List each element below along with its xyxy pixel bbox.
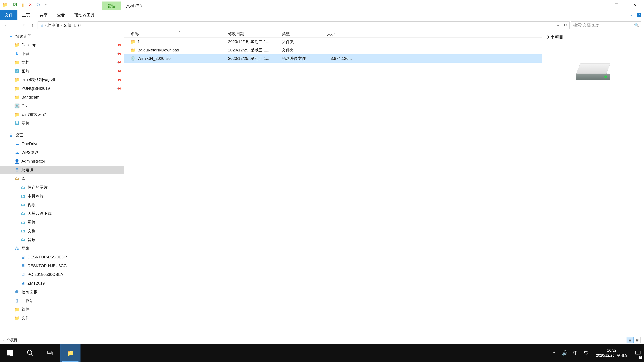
tree-pinned-item[interactable]: 📁文档📌 (0, 58, 124, 67)
tree-label: 软件 (22, 307, 30, 312)
table-row[interactable]: 📁12020/12/15, 星期二 1...文件夹 (124, 37, 542, 46)
tree-label: 快速访问 (16, 33, 32, 39)
tree-desktop[interactable]: 🖥 桌面 (0, 131, 124, 139)
ribbon-tab-share[interactable]: 共享 (35, 10, 52, 20)
tree-onedrive[interactable]: ☁ OneDrive (0, 139, 124, 148)
pin-icon: 📌 (116, 51, 122, 57)
context-tab-manage[interactable]: 管理 (102, 1, 121, 10)
ime-indicator[interactable]: 中 (570, 344, 581, 362)
tree-libraries[interactable]: 🗂 库 (0, 174, 124, 183)
tree-files[interactable]: 📁 文件 (0, 314, 124, 323)
table-row[interactable]: 💿Win7x64_2020.iso2020/12/25, 星期五 1...光盘映… (124, 54, 542, 63)
chevron-right-icon[interactable]: › (61, 23, 62, 27)
tree-pinned-item[interactable]: 📁win7重装win7 (0, 110, 124, 119)
breadcrumb[interactable]: 文档 (E:) (63, 22, 79, 28)
tree-pinned-item[interactable]: 🖼图片 (0, 119, 124, 128)
col-type[interactable]: 类型 (282, 31, 327, 36)
pc-icon: 🖥 (20, 272, 26, 277)
minimize-button[interactable]: ─ (589, 0, 607, 10)
tree-library-item[interactable]: 🗂本机照片 (0, 192, 124, 200)
breadcrumb[interactable]: 此电脑 (48, 22, 60, 28)
table-row[interactable]: 📁BaiduNetdiskDownload2020/12/25, 星期五 1..… (124, 46, 542, 54)
volume-icon[interactable]: 🔊 (560, 344, 570, 362)
history-dropdown-icon[interactable]: ⌄ (557, 23, 559, 27)
nav-tree[interactable]: ★ 快速访问 📁Desktop📌⬇下载📌📁文档📌🖼图片📌📁excel表格制作求和… (0, 30, 124, 336)
file-list[interactable]: ▲ 名称 修改日期 类型 大小 📁12020/12/15, 星期二 1...文件… (124, 30, 542, 336)
security-icon[interactable]: 🛡 (581, 344, 592, 362)
nav-forward-button[interactable]: → (12, 21, 19, 29)
qat-settings-icon[interactable]: ⚙ (35, 2, 42, 8)
tree-network-pc[interactable]: 🖥ZMT2019 (0, 279, 124, 288)
tree-software[interactable]: 📁 软件 (0, 305, 124, 314)
tree-label: 下载 (22, 51, 30, 56)
maximize-button[interactable]: ☐ (607, 0, 626, 10)
ribbon-tab-view[interactable]: 查看 (52, 10, 70, 20)
search-input[interactable]: 搜索"文档 (E:)" 🔍 (571, 21, 641, 29)
chevron-right-icon[interactable]: › (45, 23, 46, 27)
col-name[interactable]: ▲ 名称 (131, 31, 228, 36)
action-center-button[interactable]: 3 (632, 344, 644, 362)
tree-pinned-item[interactable]: 📁excel表格制作求和📌 (0, 75, 124, 84)
tree-this-pc[interactable]: 🖥 此电脑 (0, 166, 124, 174)
tree-wps[interactable]: ☁ WPS网盘 (0, 148, 124, 157)
nav-recent-dropdown[interactable]: ▾ (20, 21, 28, 29)
tree-label: DESKTOP-LSSOEDP (28, 255, 67, 259)
help-icon[interactable]: ? (636, 13, 641, 17)
pin-icon: 📌 (116, 77, 122, 83)
tree-library-item[interactable]: 🗂音乐 (0, 235, 124, 244)
taskbar-explorer[interactable]: 📁 (60, 344, 80, 362)
tree-control-panel[interactable]: 🛠 控制面板 (0, 288, 124, 296)
recycle-icon: 🗑 (14, 298, 20, 303)
col-date[interactable]: 修改日期 (228, 31, 282, 36)
qat-dropdown-icon[interactable]: ▾ (42, 2, 49, 8)
tree-pinned-item[interactable]: ⬇下载📌 (0, 49, 124, 58)
folder-icon: 📁 (131, 39, 136, 44)
tree-quick-access[interactable]: ★ 快速访问 (0, 32, 124, 40)
ribbon-tab-home[interactable]: 主页 (18, 10, 35, 20)
window-controls: ─ ☐ ✕ (589, 0, 644, 10)
tree-library-item[interactable]: 🗂图片 (0, 218, 124, 227)
nav-up-button[interactable]: ↑ (29, 21, 36, 29)
start-button[interactable] (0, 344, 20, 362)
close-button[interactable]: ✕ (626, 0, 644, 10)
clock[interactable]: 16:32 2020/12/25, 星期五 (592, 348, 632, 358)
ribbon-expand-icon[interactable]: ⌄ (629, 13, 632, 17)
tree-network-pc[interactable]: 🖥DESKTOP-LSSOEDP (0, 253, 124, 261)
nav-back-button[interactable]: ← (3, 21, 10, 29)
search-icon[interactable]: 🔍 (634, 23, 639, 27)
tree-pinned-item[interactable]: 📁Bandicam (0, 93, 124, 102)
tree-pinned-item[interactable]: 💽G:\ (0, 102, 124, 110)
tray-overflow-icon[interactable]: ＾ (549, 344, 560, 362)
qat-checkbox-icon[interactable]: ☑ (12, 2, 18, 8)
ribbon-tab-file[interactable]: 文件 (0, 10, 18, 20)
view-details-button[interactable]: ▤ (626, 337, 634, 343)
chevron-right-icon[interactable]: › (80, 23, 81, 27)
svg-point-4 (28, 350, 32, 355)
clock-date: 2020/12/25, 星期五 (596, 353, 628, 358)
tree-network-pc[interactable]: 🖥DESKTOP-NJEU3CG (0, 261, 124, 270)
task-view-button[interactable] (40, 344, 60, 362)
tree-library-item[interactable]: 🗂保存的图片 (0, 183, 124, 192)
tree-pinned-item[interactable]: 🖼图片📌 (0, 67, 124, 75)
address-bar[interactable]: 🖥 › 此电脑 › 文档 (E:) › ⌄ ⟳ (38, 21, 570, 29)
tree-library-item[interactable]: 🗂天翼云盘下载 (0, 209, 124, 218)
search-button[interactable] (20, 344, 40, 362)
tree-administrator[interactable]: 👤 Administrator (0, 157, 124, 166)
tree-library-item[interactable]: 🗂视频 (0, 200, 124, 209)
refresh-icon[interactable]: ⟳ (564, 23, 567, 27)
tree-library-item[interactable]: 🗂文档 (0, 227, 124, 235)
quick-access-toolbar: 📁 ☑ ▮ ✕ ⚙ ▾ (0, 0, 52, 10)
qat-close-icon[interactable]: ✕ (27, 2, 34, 8)
tree-network[interactable]: 🖧 网络 (0, 244, 124, 253)
svg-rect-0 (7, 350, 10, 353)
tree-pinned-item[interactable]: 📁Desktop📌 (0, 40, 124, 49)
tree-label: Bandicam (22, 95, 40, 99)
tree-recycle-bin[interactable]: 🗑 回收站 (0, 296, 124, 305)
qat-folder-icon[interactable]: ▮ (19, 2, 26, 8)
cell-size: 3,874,126... (327, 56, 354, 61)
tree-pinned-item[interactable]: 📁YUNQISHI2019📌 (0, 84, 124, 93)
col-size[interactable]: 大小 (327, 31, 354, 36)
tree-network-pc[interactable]: 🖥PC-20190530OBLA (0, 270, 124, 279)
view-icons-button[interactable]: ▦ (634, 337, 641, 343)
ribbon-tab-drive-tools[interactable]: 驱动器工具 (70, 10, 99, 20)
